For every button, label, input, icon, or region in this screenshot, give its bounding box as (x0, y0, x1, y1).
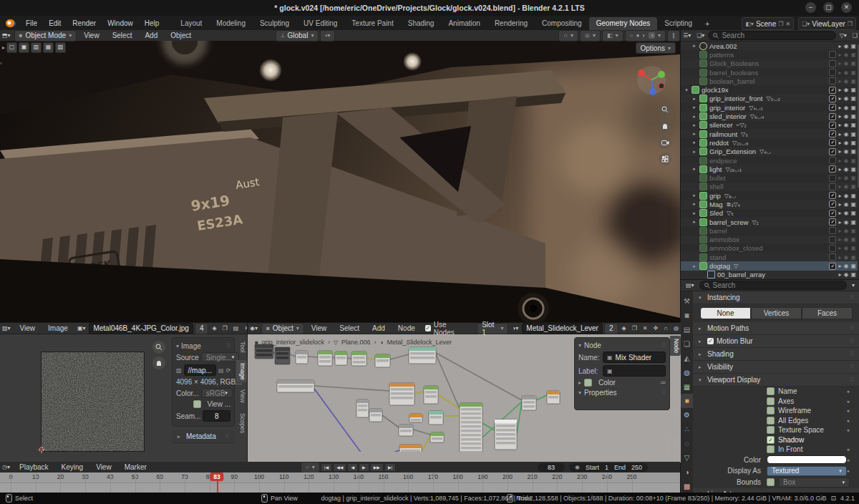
render-camera-icon[interactable]: ▣ (850, 193, 856, 199)
selectable-icon[interactable]: ▸ (838, 166, 841, 173)
zoom-icon[interactable] (152, 341, 165, 354)
exclude-checkbox[interactable] (829, 51, 836, 58)
exclude-checkbox[interactable] (829, 227, 836, 234)
shading-mode-icon[interactable]: ◑ (649, 32, 655, 39)
workspace-tab[interactable]: Scripting (657, 17, 699, 30)
expand-arrow[interactable]: ▸ (691, 114, 697, 120)
animate-dot[interactable]: ● (847, 468, 850, 473)
exclude-checkbox[interactable] (829, 113, 836, 120)
render-camera-icon[interactable]: ▣ (850, 113, 856, 120)
checkbox[interactable] (767, 417, 775, 425)
orientation-dropdown[interactable]: ⟂Global▾ (276, 30, 319, 42)
playback-button[interactable]: ▶ (359, 463, 369, 472)
unlink-icon[interactable]: ✕ (641, 325, 650, 331)
workspace-tab[interactable]: Compositing (535, 17, 589, 30)
hide-eye-icon[interactable]: ◉ (843, 271, 848, 278)
outliner-row[interactable]: bullet ▸ ◉ ▣ (681, 173, 858, 182)
exclude-checkbox[interactable] (829, 139, 836, 146)
hide-eye-icon[interactable]: ◉ (843, 140, 848, 146)
pin-icon[interactable]: ✜ (651, 325, 661, 331)
viewport-menu[interactable]: Object (165, 32, 197, 39)
workspace-tab[interactable]: Rendering (487, 17, 535, 30)
properties-tab[interactable]: ◙ (681, 309, 693, 323)
properties-tab[interactable]: ⚙ (681, 408, 693, 422)
hide-eye-icon[interactable]: ◉ (843, 122, 848, 128)
expand-arrow[interactable]: ▸ (691, 131, 697, 137)
collapsed-panel[interactable]: ▸✓ Motion Paths⠿ (693, 322, 859, 335)
selectable-icon[interactable]: ▸ (838, 263, 841, 269)
hide-eye-icon[interactable]: ◉ (843, 43, 848, 49)
render-camera-icon[interactable]: ▣ (850, 245, 856, 251)
add-workspace-button[interactable]: + (699, 18, 715, 30)
shader-node[interactable] (255, 344, 273, 359)
topbar-menu[interactable]: Window (102, 19, 139, 27)
hide-eye-icon[interactable]: ◉ (843, 87, 848, 93)
snap-target-dropdown[interactable]: ▪▾ (320, 30, 335, 42)
outliner-row[interactable]: ammobox ▸ ◉ ▣ (681, 236, 858, 244)
exclude-checkbox[interactable] (829, 157, 836, 164)
properties-tab[interactable]: ❏ (681, 337, 693, 352)
exclude-checkbox[interactable] (829, 122, 836, 129)
shader-type-dropdown[interactable]: ■Object▾ (261, 323, 304, 334)
exclude-checkbox[interactable] (829, 165, 836, 173)
properties-tab[interactable]: ◭ (681, 351, 693, 365)
hide-eye-icon[interactable]: ◉ (843, 166, 848, 173)
topbar-menu[interactable]: Render (67, 19, 102, 27)
hide-eye-icon[interactable]: ◉ (843, 131, 848, 137)
material-name-field[interactable]: Metal_Slidelock_Lever (522, 323, 603, 334)
breadcrumb-object[interactable]: grip_interior_slidelock (262, 339, 324, 346)
timeline-menu[interactable]: Keying (56, 463, 89, 471)
render-camera-icon[interactable]: ▣ (850, 131, 856, 137)
view-as-render-checkbox[interactable] (193, 400, 201, 408)
properties-tab[interactable]: ◍ (681, 365, 693, 379)
overlays-icon[interactable]: ◍ (671, 325, 681, 331)
pan-hand-icon[interactable] (659, 120, 671, 132)
selectable-icon[interactable]: ▸ (838, 140, 841, 146)
maximize-button[interactable]: ▢ (823, 2, 834, 13)
shading-mode-icon[interactable]: ○ (630, 32, 634, 39)
render-camera-icon[interactable]: ▣ (850, 43, 856, 49)
selectable-icon[interactable]: ▸ (838, 254, 841, 261)
exclude-checkbox[interactable] (829, 210, 836, 217)
filter-icon[interactable]: ▽▾ (838, 32, 849, 39)
use-nodes-checkbox[interactable]: ✓ (425, 325, 431, 331)
hide-eye-icon[interactable]: ◉ (843, 254, 848, 261)
outliner-row[interactable]: ▸ silencer ⌐▽₂ ▸ ◉ ▣ (681, 121, 858, 130)
render-camera-icon[interactable]: ▣ (850, 210, 856, 216)
timeline-menu[interactable]: View (90, 463, 117, 471)
selectable-icon[interactable]: ▸ (838, 122, 841, 128)
selectable-icon[interactable]: ▸ (838, 236, 841, 243)
expand-arrow[interactable]: ▸ (691, 122, 697, 128)
node-name-field[interactable]: ▣Mix Shader (603, 352, 666, 363)
outliner-row[interactable]: ▾ glock19x ▸ ◉ ▣ (681, 85, 858, 94)
node-properties-label[interactable]: Properties (584, 389, 617, 397)
outliner-row[interactable]: ▸ grip_interior_front ▽₃◡₂ ▸ ◉ ▣ (681, 94, 858, 103)
selectable-icon[interactable]: ▸ (838, 245, 841, 251)
select-mode-button[interactable]: ▢ (6, 42, 17, 53)
outliner-row[interactable]: ▸ Sled ▽₅ ▸ ◉ ▣ (681, 209, 858, 218)
checkbox[interactable] (767, 397, 775, 405)
viewport-menu[interactable]: View (78, 32, 105, 39)
fake-user-icon[interactable]: ◈ (210, 325, 218, 331)
exclude-checkbox[interactable] (829, 87, 836, 94)
shader-node[interactable] (424, 386, 438, 404)
mode-dropdown[interactable]: ■Object Mode▾ (14, 30, 77, 42)
hide-eye-icon[interactable]: ◉ (843, 210, 848, 216)
hide-eye-icon[interactable]: ◉ (843, 263, 848, 269)
shader-node[interactable] (495, 420, 517, 450)
collapsed-panel[interactable]: ▸✓ Shading⠿ (693, 348, 859, 361)
viewport-menu[interactable]: Add (139, 32, 163, 39)
slot-dropdown[interactable]: Slot 1▾ (477, 323, 508, 334)
shader-node[interactable] (409, 414, 422, 422)
exclude-checkbox[interactable] (829, 192, 836, 199)
shader-node[interactable] (296, 351, 308, 364)
outliner-row[interactable]: ▸ reddot ▽₂₁◡₈ ▸ ◉ ▣ (681, 138, 858, 147)
node-color-checkbox[interactable] (584, 379, 592, 387)
properties-tab[interactable]: ■ (681, 394, 693, 408)
shader-node[interactable] (375, 354, 390, 367)
scene-copy-icon[interactable]: ❐ (778, 21, 783, 27)
selectable-icon[interactable]: ▸ (838, 105, 841, 111)
bounds-dropdown[interactable]: Box▾ (778, 478, 850, 488)
animate-dot[interactable]: ● (847, 389, 850, 394)
hide-eye-icon[interactable]: ◉ (843, 193, 848, 199)
